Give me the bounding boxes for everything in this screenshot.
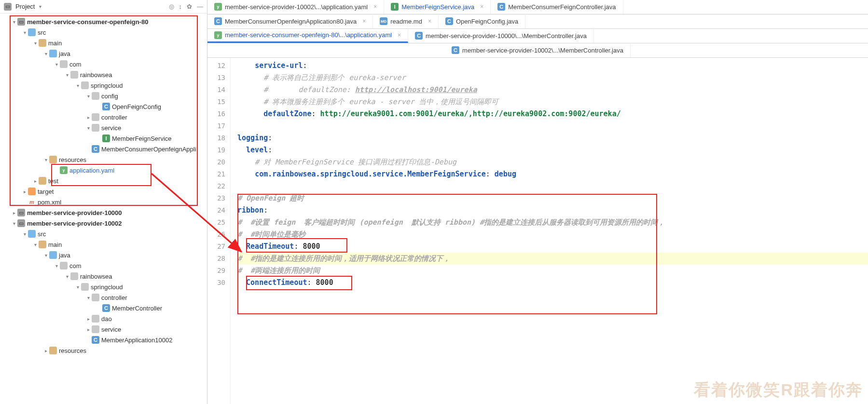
tree-row[interactable]: CMemberApplication10002 [0,335,207,345]
tree-row[interactable]: ▸test [0,175,207,186]
target-icon[interactable]: ◎ [169,3,174,10]
tree-row[interactable]: ▾main [0,38,207,48]
package-icon [81,283,89,291]
tree-row[interactable]: ▾com [0,260,207,271]
tab-label: member-service-consumer-openfeign-80\...… [225,31,392,39]
editor-tab[interactable]: ymember-service-consumer-openfeign-80\..… [207,28,408,43]
package-icon [92,325,99,333]
class-icon: C [92,336,99,344]
folder-icon [49,50,57,57]
tree-row[interactable]: ▾service [0,122,207,133]
package-icon [92,113,99,121]
tree-row[interactable]: IMemberFeignService [0,133,207,144]
tree-row[interactable]: CMemberConsumerOpenfeignAppli [0,144,207,154]
xml-icon: m [28,198,36,206]
folder-icon [39,241,46,248]
folder-icon [49,156,57,163]
tree-row[interactable]: ▾springcloud [0,282,207,292]
tree-row[interactable]: yapplication.yaml [0,165,207,175]
tree-row[interactable]: ▾src [0,229,207,239]
editor-tab[interactable]: CMemberConsumerFeignController.java [491,0,623,14]
package-icon [60,262,68,269]
tree-row[interactable]: ▸resources [0,345,207,356]
chevron-down-icon[interactable]: ▾ [37,4,43,9]
module-icon: ▭ [17,18,25,26]
class-icon: C [102,103,110,110]
tabs-row-2: CMemberConsumerOpenfeignApplication80.ja… [207,14,868,29]
tree-row[interactable]: mpom.xml [0,197,207,207]
package-icon [81,81,89,89]
tree-row[interactable]: ▸service [0,324,207,335]
folder-icon [28,28,36,36]
tab-label: member-service-provider-10002\...\applic… [225,3,368,11]
tree-row[interactable]: ▸▭member-service-provider-10000 [0,207,207,218]
folder-icon [49,251,57,259]
package-icon [70,71,78,79]
tree-row[interactable]: ▾rainbowsea [0,271,207,282]
editor-body: 12131415161718192021222324252627282930 s… [207,58,868,404]
close-icon[interactable]: × [373,3,377,10]
tree-row[interactable]: ▾springcloud [0,80,207,91]
project-sidebar: ▭ Project ▾ ◎ ↕ ✿ — ▾▭member-service-con… [0,0,207,404]
tab-label: member-service-provider-10000\...\Member… [426,32,587,40]
tree-row[interactable]: ▾controller [0,292,207,303]
folder-icon [39,39,46,47]
editor-tab[interactable]: IMemberFeignService.java× [384,0,491,14]
class-icon: C [92,145,99,153]
editor-area: ymember-service-provider-10002\...\appli… [207,0,868,404]
code-editor[interactable]: service-url: # 表示将自己注册到那个 eureka-server … [231,58,868,404]
tree-row[interactable]: ▾▭member-service-provider-10002 [0,218,207,229]
editor-tab[interactable]: CMemberConsumerOpenfeignApplication80.ja… [207,14,373,28]
tree-row[interactable]: COpenFeignConfig [0,101,207,112]
tab-label: MemberConsumerFeignController.java [508,3,616,11]
close-icon[interactable]: × [362,18,366,25]
tree-row[interactable]: ▾config [0,91,207,101]
tree-row[interactable]: ▸target [0,186,207,197]
project-icon: ▭ [4,3,12,11]
package-icon [92,315,99,323]
tabs-row-3: ymember-service-consumer-openfeign-80\..… [207,29,868,43]
tree-row[interactable]: ▾com [0,59,207,69]
gear-icon[interactable]: ✿ [187,3,192,10]
tab-label: MemberConsumerOpenfeignApplication80.jav… [225,18,357,25]
tab-label: OpenFeignConfig.java [456,18,518,25]
package-icon [92,92,99,100]
editor-tab[interactable]: Cmember-service-provider-10000\...\Membe… [408,28,594,43]
tab-label: MemberFeignService.java [401,3,474,11]
folder-icon [49,347,57,354]
tabs-row-4: Cmember-service-provider-10002\...\Membe… [207,43,868,58]
editor-tab[interactable]: Cmember-service-provider-10002\...\Membe… [445,43,631,57]
tree-row[interactable]: ▾rainbowsea [0,69,207,80]
editor-tab[interactable]: COpenFeignConfig.java [439,14,525,28]
tree-row[interactable]: ▾main [0,239,207,250]
line-gutter: 12131415161718192021222324252627282930 [207,58,231,404]
interface-icon: I [102,135,110,142]
tree-row[interactable]: ▾java [0,250,207,260]
tree-row[interactable]: ▾resources [0,154,207,165]
folder-icon [28,230,36,238]
close-icon[interactable]: × [428,18,431,25]
tree-row[interactable]: ▾▭member-service-consumer-openfeign-80 [0,16,207,27]
package-icon [92,294,99,301]
class-icon: C [102,304,110,312]
project-tree[interactable]: ▾▭member-service-consumer-openfeign-80 ▾… [0,13,207,404]
refresh-icon[interactable]: ↕ [179,3,182,10]
close-icon[interactable]: × [398,32,401,39]
sidebar-header: ▭ Project ▾ ◎ ↕ ✿ — [0,0,207,13]
editor-tab[interactable]: MDreadme.md× [373,14,439,28]
package-icon [60,60,68,68]
editor-tab[interactable]: ymember-service-provider-10002\...\appli… [207,0,384,14]
module-icon: ▭ [17,209,25,216]
tree-row[interactable]: ▸controller [0,112,207,122]
sidebar-title[interactable]: Project [15,3,35,10]
collapse-icon[interactable]: — [197,3,203,10]
tree-row[interactable]: CMemberController [0,303,207,313]
folder-icon [39,177,46,185]
tree-row[interactable]: ▾java [0,48,207,59]
tree-row[interactable]: ▾src [0,27,207,38]
tree-row[interactable]: ▸dao [0,313,207,324]
tab-label: member-service-provider-10002\...\Member… [462,47,623,54]
close-icon[interactable]: × [480,3,483,10]
yaml-icon: y [60,166,68,174]
package-icon [70,272,78,280]
